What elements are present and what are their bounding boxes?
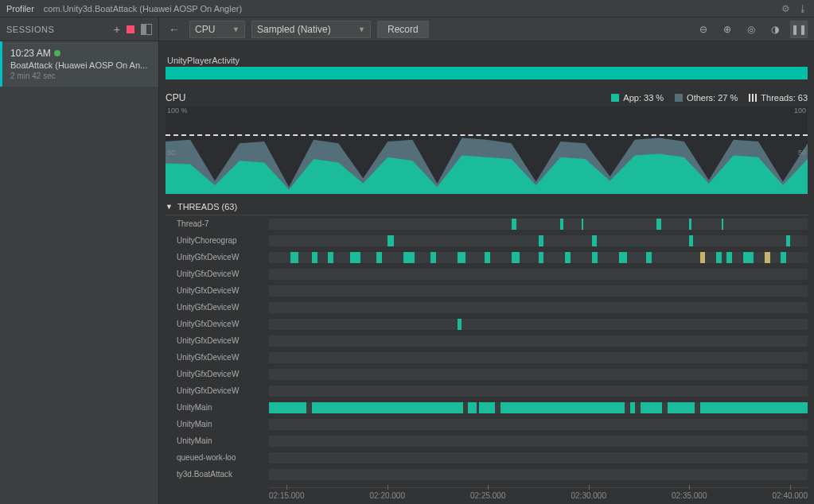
tab-target[interactable]: com.Unity3d.BoatAttack (Huawei AOSP On A…: [44, 4, 242, 14]
thread-segment[interactable]: [350, 252, 361, 263]
swatch-app-icon: [611, 94, 619, 102]
thread-segment[interactable]: [689, 235, 693, 246]
thread-track[interactable]: [269, 285, 808, 297]
thread-segment[interactable]: [641, 402, 662, 413]
thread-segment[interactable]: [376, 252, 382, 263]
metric-dropdown[interactable]: CPU▼: [189, 21, 245, 38]
thread-segment[interactable]: [781, 252, 786, 263]
thread-segment[interactable]: [700, 252, 706, 263]
thread-track[interactable]: [269, 419, 808, 430]
thread-row[interactable]: UnityMain: [166, 399, 808, 416]
thread-row[interactable]: UnityGfxDeviceW: [166, 249, 808, 266]
thread-track[interactable]: [269, 269, 808, 280]
thread-segment[interactable]: [668, 402, 695, 413]
thread-row[interactable]: UnityGfxDeviceW: [166, 382, 808, 399]
thread-segment[interactable]: [458, 252, 465, 263]
thread-segment[interactable]: [722, 219, 724, 230]
thread-row[interactable]: UnityGfxDeviceW: [166, 366, 808, 382]
activity-bar[interactable]: [166, 67, 808, 79]
thread-segment[interactable]: [689, 219, 691, 230]
thread-segment[interactable]: [646, 252, 652, 263]
thread-segment[interactable]: [716, 252, 722, 263]
thread-segment[interactable]: [726, 252, 732, 263]
thread-track[interactable]: [269, 219, 808, 230]
thread-segment[interactable]: [582, 219, 583, 230]
record-indicator-icon[interactable]: [127, 25, 134, 33]
legend-threads[interactable]: Threads: 63: [749, 93, 808, 103]
gear-icon[interactable]: ⚙: [781, 3, 790, 14]
thread-track[interactable]: [269, 319, 808, 330]
thread-track[interactable]: [269, 302, 808, 313]
thread-segment[interactable]: [512, 252, 520, 263]
thread-row[interactable]: UnityMain: [166, 416, 808, 432]
layout-toggle[interactable]: [141, 24, 152, 35]
zoom-reset-icon[interactable]: ◎: [742, 21, 760, 38]
threads-header[interactable]: ▼ THREADS (63): [166, 202, 808, 215]
cpu-chart[interactable]: 100 % 50 100 50: [166, 107, 808, 194]
thread-track[interactable]: [269, 402, 808, 413]
thread-row[interactable]: UnityGfxDeviceW: [166, 266, 808, 282]
legend-app[interactable]: App: 33 %: [611, 93, 664, 103]
thread-segment[interactable]: [743, 252, 754, 263]
thread-segment[interactable]: [560, 219, 563, 230]
session-item[interactable]: 10:23 AM BoatAttack (Huawei AOSP On An..…: [0, 41, 158, 87]
thread-row[interactable]: Thread-7: [166, 215, 808, 232]
thread-segment[interactable]: [312, 402, 463, 413]
zoom-selection-icon[interactable]: ◑: [766, 21, 784, 38]
zoom-in-icon[interactable]: ⊕: [719, 21, 736, 38]
thread-track[interactable]: [269, 452, 808, 463]
thread-segment[interactable]: [565, 252, 571, 263]
thread-segment[interactable]: [328, 252, 333, 263]
legend-others[interactable]: Others: 27 %: [675, 93, 738, 103]
pause-button[interactable]: ❚❚: [790, 21, 808, 38]
thread-segment[interactable]: [269, 402, 306, 413]
thread-track[interactable]: [269, 436, 808, 447]
thread-segment[interactable]: [619, 252, 627, 263]
thread-row[interactable]: UnityGfxDeviceW: [166, 299, 808, 316]
thread-segment[interactable]: [765, 252, 770, 263]
add-session-icon[interactable]: +: [114, 23, 120, 36]
thread-segment[interactable]: [592, 252, 598, 263]
chevron-down-icon: ▼: [232, 25, 240, 33]
thread-row[interactable]: UnityGfxDeviceW: [166, 316, 808, 332]
tab-profiler[interactable]: Profiler: [6, 4, 34, 14]
thread-segment[interactable]: [512, 219, 517, 230]
thread-row[interactable]: UnityChoreograp: [166, 232, 808, 249]
thread-segment[interactable]: [630, 402, 636, 413]
thread-row[interactable]: UnityMain: [166, 432, 808, 449]
thread-track[interactable]: [269, 386, 808, 397]
thread-track[interactable]: [269, 335, 808, 347]
thread-track[interactable]: [269, 369, 808, 380]
thread-segment[interactable]: [458, 319, 462, 330]
zoom-out-icon[interactable]: ⊖: [695, 21, 712, 38]
thread-segment[interactable]: [468, 402, 476, 413]
thread-segment[interactable]: [656, 219, 660, 230]
thread-track[interactable]: [269, 252, 808, 263]
activity-row: UnityPlayerActivity: [159, 56, 814, 84]
thread-row[interactable]: UnityGfxDeviceW: [166, 282, 808, 299]
thread-segment[interactable]: [786, 235, 790, 246]
thread-segment[interactable]: [539, 252, 544, 263]
record-button[interactable]: Record: [377, 21, 429, 38]
thread-segment[interactable]: [290, 252, 298, 263]
thread-segment[interactable]: [312, 252, 317, 263]
thread-track[interactable]: [269, 235, 808, 246]
thread-row[interactable]: UnityGfxDeviceW: [166, 349, 808, 366]
thread-row[interactable]: queued-work-loo: [166, 449, 808, 466]
mode-dropdown[interactable]: Sampled (Native)▼: [251, 21, 371, 38]
thread-segment[interactable]: [500, 402, 625, 413]
thread-segment[interactable]: [539, 235, 544, 246]
thread-track[interactable]: [269, 469, 808, 480]
thread-segment[interactable]: [403, 252, 415, 263]
thread-segment[interactable]: [485, 252, 490, 263]
thread-segment[interactable]: [592, 235, 596, 246]
thread-row[interactable]: UnityGfxDeviceW: [166, 332, 808, 349]
thread-segment[interactable]: [700, 402, 808, 413]
thread-track[interactable]: [269, 352, 808, 363]
thread-segment[interactable]: [388, 235, 394, 246]
thread-row[interactable]: ty3d.BoatAttack: [166, 466, 808, 483]
thread-segment[interactable]: [430, 252, 436, 263]
thread-segment[interactable]: [479, 402, 495, 413]
back-button[interactable]: ←: [166, 21, 183, 38]
download-icon[interactable]: ⭳: [798, 3, 808, 14]
